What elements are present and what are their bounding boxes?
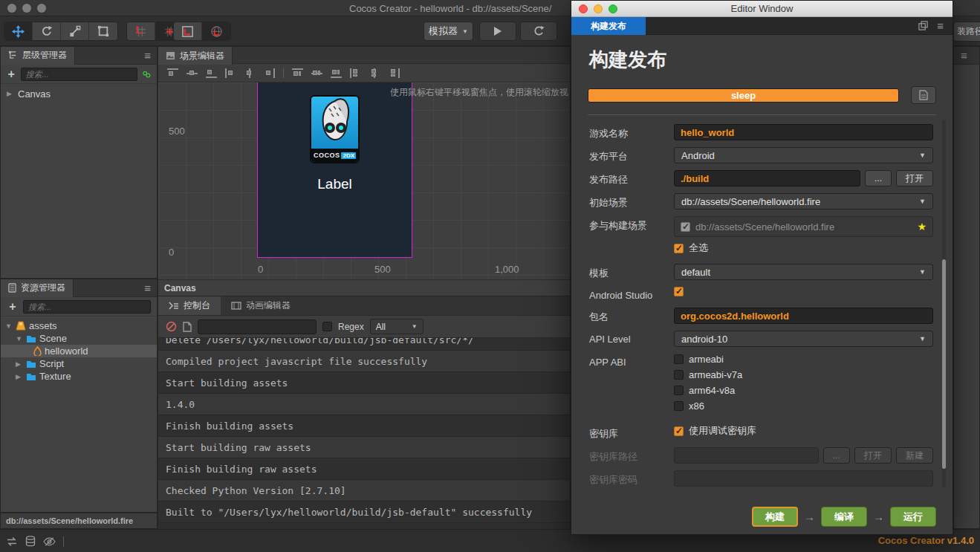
world-coords-button[interactable] bbox=[202, 22, 230, 40]
hierarchy-menu-icon[interactable]: ≡ bbox=[144, 50, 151, 61]
package-name-input[interactable] bbox=[674, 308, 933, 324]
debug-keystore-checkbox[interactable] bbox=[674, 426, 684, 436]
game-name-input[interactable] bbox=[674, 124, 933, 140]
scene-view[interactable]: COCOS 2DX Label 使用鼠标右键平移视窗焦点，使用滚轮缩放视 500… bbox=[158, 82, 570, 279]
keystore-open-button[interactable]: 打开 bbox=[854, 447, 892, 464]
tab-assets[interactable]: 资源管理器 bbox=[1, 279, 74, 297]
tab-console[interactable]: 控制台 bbox=[158, 296, 221, 315]
android-studio-checkbox[interactable] bbox=[674, 287, 684, 296]
tab-build-publish[interactable]: 构建发布 bbox=[571, 17, 646, 35]
collapse-arrow-icon[interactable]: ▼ bbox=[16, 335, 23, 342]
select-all-checkbox[interactable] bbox=[674, 244, 684, 253]
expand-arrow-icon[interactable]: ▶ bbox=[16, 360, 23, 368]
platform-dropdown[interactable]: Android▼ bbox=[674, 147, 933, 163]
distribute-top-button[interactable] bbox=[292, 68, 303, 78]
align-hcenter-button[interactable] bbox=[244, 68, 256, 78]
sync-icon[interactable] bbox=[6, 536, 18, 547]
clear-log-icon[interactable] bbox=[166, 321, 177, 332]
toolbar-separator bbox=[283, 68, 284, 78]
hierarchy-node-canvas[interactable]: ▶ Canvas bbox=[1, 87, 157, 100]
dialog-scrollbar[interactable] bbox=[942, 120, 946, 487]
keystore-password-input[interactable] bbox=[674, 470, 933, 487]
align-left-button[interactable] bbox=[225, 68, 236, 78]
expand-arrow-icon[interactable]: ▶ bbox=[16, 373, 23, 380]
rect-tool-button[interactable] bbox=[89, 22, 117, 40]
add-node-button[interactable]: + bbox=[7, 68, 16, 81]
asset-row-scene[interactable]: ▼ Scene bbox=[1, 332, 157, 345]
run-button[interactable]: 运行 bbox=[890, 507, 936, 527]
minimize-button[interactable] bbox=[22, 4, 31, 13]
rotate-icon bbox=[41, 25, 53, 37]
distribute-hcenter-button[interactable] bbox=[369, 68, 380, 78]
abi-checkbox[interactable] bbox=[674, 354, 684, 364]
align-vcenter-button[interactable] bbox=[186, 68, 198, 78]
align-right-button[interactable] bbox=[264, 68, 275, 78]
play-button[interactable] bbox=[479, 22, 516, 41]
local-coords-button[interactable] bbox=[174, 22, 202, 40]
build-path-input[interactable] bbox=[674, 170, 860, 186]
asset-label: Texture bbox=[39, 371, 71, 382]
install-path-button[interactable]: 装路径 bbox=[953, 22, 980, 42]
scale-tool-button[interactable] bbox=[61, 22, 89, 40]
scene-checkbox[interactable] bbox=[681, 222, 690, 232]
close-button[interactable] bbox=[7, 4, 16, 13]
align-top-button[interactable] bbox=[167, 68, 178, 78]
tab-hierarchy[interactable]: 层级管理器 bbox=[1, 47, 75, 65]
distribute-left-button[interactable] bbox=[350, 68, 361, 78]
scene-label-node[interactable]: Label bbox=[258, 176, 412, 192]
database-icon[interactable] bbox=[25, 536, 36, 547]
console-log-area[interactable]: Delete /Users/lyx/helloworld/build/jsb-d… bbox=[158, 338, 570, 529]
template-dropdown[interactable]: default▼ bbox=[674, 264, 933, 280]
scrollbar-thumb[interactable] bbox=[942, 259, 946, 469]
build-button[interactable]: 构建 bbox=[752, 507, 798, 527]
start-scene-dropdown[interactable]: db://assets/Scene/helloworld.fire▼ bbox=[674, 193, 933, 210]
hierarchy-search-input[interactable] bbox=[21, 68, 137, 81]
tab-animation-editor[interactable]: 动画编辑器 bbox=[221, 296, 301, 315]
tab-scene[interactable]: 场景编辑器 bbox=[158, 47, 233, 65]
expand-arrow-icon[interactable]: ▶ bbox=[7, 90, 14, 97]
move-tool-button[interactable] bbox=[4, 22, 33, 40]
keystore-browse-button[interactable]: ... bbox=[823, 447, 850, 464]
regex-checkbox[interactable] bbox=[322, 322, 332, 331]
eye-off-icon[interactable] bbox=[43, 536, 56, 547]
scene-list-item[interactable]: db://assets/Scene/helloworld.fire ★ bbox=[674, 216, 933, 237]
abi-checkbox[interactable] bbox=[674, 401, 684, 411]
open-log-button[interactable] bbox=[911, 86, 936, 104]
popout-icon[interactable] bbox=[918, 21, 928, 30]
arrow-right-icon: → bbox=[804, 510, 815, 523]
abi-checkbox[interactable] bbox=[674, 370, 684, 380]
asset-row-assets[interactable]: ▼ assets bbox=[1, 319, 157, 332]
asset-row-helloworld[interactable]: helloworld bbox=[1, 345, 157, 357]
keystore-path-input[interactable] bbox=[674, 447, 819, 464]
console-filter-input[interactable] bbox=[198, 319, 317, 334]
assets-search-input[interactable] bbox=[23, 300, 151, 314]
cocos-logo[interactable]: COCOS 2DX bbox=[310, 95, 360, 163]
simulator-dropdown[interactable]: 模拟器▼ bbox=[424, 22, 473, 41]
abi-checkbox[interactable] bbox=[674, 386, 684, 395]
tab-scene-label: 场景编辑器 bbox=[180, 50, 224, 62]
inspector-menu-icon[interactable]: ≡ bbox=[961, 50, 967, 61]
rotate-tool-button[interactable] bbox=[33, 22, 61, 40]
api-level-dropdown[interactable]: android-10▼ bbox=[674, 331, 933, 347]
assets-menu-icon[interactable]: ≡ bbox=[144, 282, 151, 293]
pivot-mode-button[interactable] bbox=[127, 22, 155, 40]
keystore-new-button[interactable]: 新建 bbox=[896, 447, 933, 464]
distribute-right-button[interactable] bbox=[389, 68, 400, 78]
add-asset-button[interactable]: + bbox=[7, 300, 19, 314]
browse-path-button[interactable]: ... bbox=[865, 170, 892, 186]
asset-row-texture[interactable]: ▶ Texture bbox=[1, 370, 157, 383]
distribute-vcenter-button[interactable] bbox=[311, 68, 322, 78]
distribute-bottom-button[interactable] bbox=[331, 68, 342, 78]
align-bottom-button[interactable] bbox=[206, 68, 217, 78]
log-level-dropdown[interactable]: All▼ bbox=[370, 319, 424, 334]
asset-row-script[interactable]: ▶ Script bbox=[1, 357, 157, 370]
link-icon[interactable] bbox=[142, 69, 152, 79]
dialog-menu-icon[interactable]: ≡ bbox=[937, 19, 944, 32]
log-file-icon[interactable] bbox=[183, 322, 192, 332]
refresh-button[interactable] bbox=[520, 22, 557, 41]
open-path-button[interactable]: 打开 bbox=[896, 170, 933, 186]
design-canvas[interactable]: COCOS 2DX Label bbox=[257, 82, 412, 258]
collapse-arrow-icon[interactable]: ▼ bbox=[5, 322, 13, 330]
compile-button[interactable]: 编译 bbox=[821, 507, 867, 527]
zoom-button[interactable] bbox=[37, 4, 46, 13]
